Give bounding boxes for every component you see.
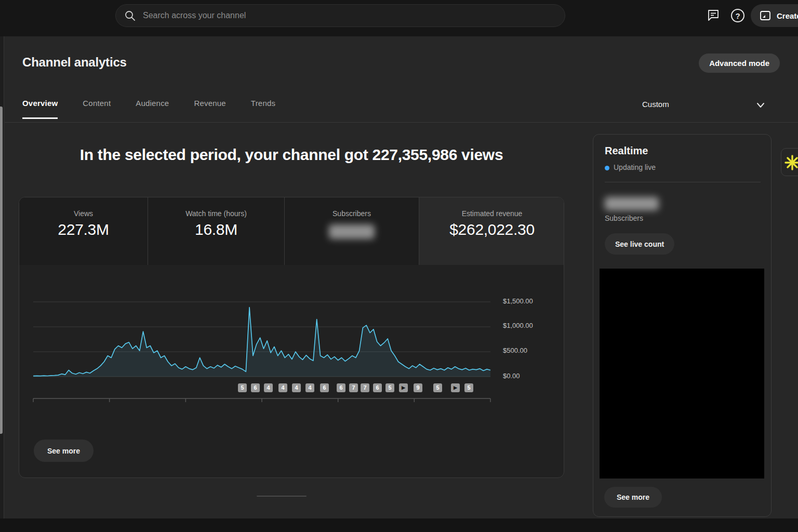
create-video-icon [759, 9, 772, 22]
analytics-tabs: Overview Content Audience Revenue Trends [22, 99, 300, 119]
publish-badge[interactable]: 6 [373, 383, 382, 392]
publish-badge[interactable]: 5 [238, 383, 247, 392]
tab-overview[interactable]: Overview [22, 99, 58, 119]
revenue-line-chart[interactable] [19, 197, 564, 478]
y-axis-label: $1,000.00 [503, 322, 533, 329]
y-axis-label: $0.00 [503, 372, 520, 380]
publish-badge[interactable]: 7 [361, 383, 369, 392]
bottom-strip [0, 518, 798, 532]
publish-badge[interactable]: 5 [433, 383, 442, 392]
publish-badge[interactable]: 5 [385, 383, 394, 392]
advanced-mode-button[interactable]: Advanced mode [699, 54, 780, 73]
scroll-indicator[interactable] [257, 496, 307, 497]
publish-badge-play[interactable]: ▶ [451, 383, 460, 392]
search-bar[interactable] [115, 4, 565, 27]
publish-badge[interactable]: 5 [464, 383, 473, 392]
realtime-subscribers-redacted [605, 197, 659, 210]
analytics-page: Channel analytics Advanced mode Overview… [0, 36, 798, 532]
tabs-divider [5, 122, 798, 123]
realtime-see-more-button[interactable]: See more [604, 487, 662, 508]
realtime-status: Updating live [614, 163, 656, 171]
publish-badge[interactable]: 7 [349, 383, 358, 392]
overview-analytics-card: Views 227.3M Watch time (hours) 16.8M Su… [19, 197, 564, 478]
svg-text:?: ? [735, 11, 740, 20]
page-title: Channel analytics [22, 55, 127, 70]
date-range-selector[interactable]: Custom [642, 100, 669, 109]
publish-badge[interactable]: 6 [337, 383, 345, 392]
publish-badge[interactable]: 4 [278, 383, 287, 392]
feedback-icon[interactable] [707, 8, 720, 22]
top-bar: ? Create [0, 0, 798, 36]
live-dot [605, 166, 609, 170]
realtime-subscribers-label: Subscribers [605, 214, 643, 222]
tab-content[interactable]: Content [83, 99, 111, 119]
realtime-title: Realtime [605, 145, 648, 157]
publish-badge[interactable]: 4 [264, 383, 273, 392]
create-button[interactable]: Create [751, 4, 798, 27]
search-input[interactable] [143, 11, 565, 20]
publish-badge[interactable]: 6 [251, 383, 260, 392]
y-axis-label: $500.00 [503, 347, 527, 354]
extension-asterisk-button[interactable] [781, 148, 798, 176]
search-icon [124, 10, 136, 21]
y-axis-label: $1,500.00 [503, 297, 533, 305]
summary-headline: In the selected period, your channel got… [0, 146, 583, 164]
see-live-count-button[interactable]: See live count [605, 233, 674, 255]
tab-trends[interactable]: Trends [251, 99, 275, 119]
divider [605, 182, 761, 182]
chevron-down-icon[interactable] [754, 99, 767, 111]
publish-badge[interactable]: 4 [305, 383, 314, 392]
realtime-card: Realtime Updating live Subscribers See l… [593, 134, 772, 517]
publish-badge[interactable]: 4 [292, 383, 301, 392]
sidebar-edge [0, 36, 4, 532]
publish-badge[interactable]: 9 [414, 383, 422, 392]
tab-revenue[interactable]: Revenue [194, 99, 225, 119]
help-icon[interactable]: ? [730, 8, 746, 23]
publish-badge[interactable]: 6 [320, 383, 329, 392]
asterisk-icon [783, 154, 798, 171]
create-button-label: Create [777, 11, 798, 20]
tab-audience[interactable]: Audience [136, 99, 169, 119]
realtime-content-redacted [600, 269, 764, 478]
see-more-button[interactable]: See more [34, 440, 94, 462]
publish-badge-play[interactable]: ▶ [399, 383, 408, 392]
